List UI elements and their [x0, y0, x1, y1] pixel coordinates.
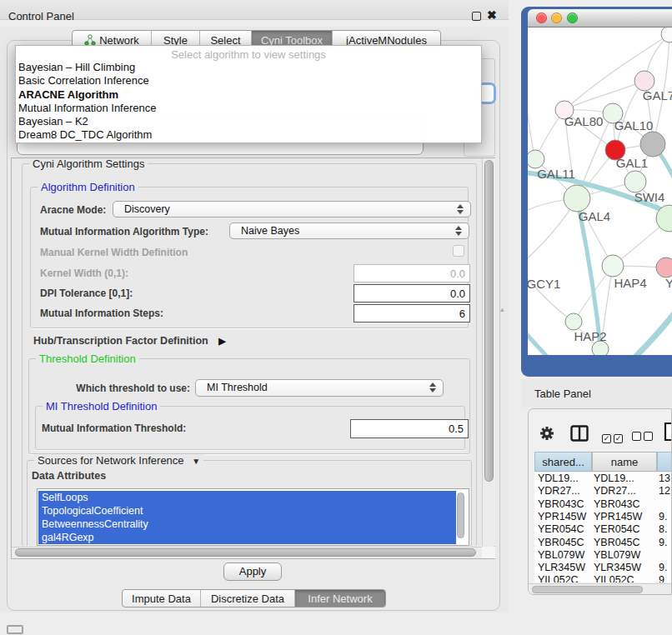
algorithm-option[interactable]: Dream8 DC_TDC Algorithm	[16, 128, 481, 142]
network-node-label: SWI4	[634, 190, 665, 204]
popup-items: Bayesian – Hill ClimbingBasic Correlatio…	[16, 61, 481, 142]
mi-algorithm-type-combo[interactable]: Naive Bayes	[229, 222, 469, 239]
mi-steps-field[interactable]: 6	[354, 304, 470, 322]
network-edge[interactable]	[528, 92, 535, 159]
network-node-label: Y	[665, 276, 672, 290]
network-node-label: GAL10	[614, 118, 654, 132]
which-threshold-value: MI Threshold	[207, 382, 268, 393]
network-edge[interactable]	[564, 81, 644, 110]
close-panel-icon[interactable]: ✖	[487, 8, 497, 22]
hub-definition-label: Hub/Transcription Factor Definition	[33, 335, 208, 347]
dpi-tolerance-field[interactable]: 0.0	[354, 284, 470, 302]
table-panel: ✓✓ shared... name YDL19...YDL19...13YDR2…	[528, 408, 672, 595]
mac-close-button[interactable]	[536, 12, 547, 23]
table-row[interactable]: YBR043CYBR043C	[534, 498, 672, 511]
algorithm-dropdown-popup: Select algorithm to view settings Bayesi…	[15, 45, 482, 143]
data-attributes-list[interactable]: SelfLoopsTopologicalCoefficientBetweenne…	[37, 488, 469, 546]
tab-impute-data[interactable]: Impute Data	[123, 590, 201, 607]
data-attribute-item[interactable]: BetweennessCentrality	[38, 518, 456, 531]
network-node-label: GAL1	[616, 156, 648, 170]
data-attributes-label: Data Attributes	[32, 470, 106, 482]
mi-threshold-field[interactable]: 0.5	[350, 419, 469, 438]
aracne-mode-combo[interactable]: Discovery	[113, 201, 471, 218]
algorithm-option[interactable]: Bayesian – K2	[16, 115, 481, 128]
table-cell: YBR043C	[538, 498, 589, 510]
float-window-icon[interactable]	[472, 12, 481, 21]
network-node[interactable]	[640, 132, 665, 157]
table-row[interactable]: YER054CYER054C8.	[534, 523, 672, 536]
network-graph[interactable]: GAL7GAL80GAL10GAL1SWI4GAL11GAL4GCY1HAP4Y…	[528, 28, 672, 355]
bottom-tabbar: Impute Data Discretize Data Infer Networ…	[122, 589, 386, 608]
table-cell: YDR27...	[594, 485, 657, 497]
network-edge-highlighted[interactable]	[528, 321, 563, 355]
network-node[interactable]	[661, 28, 672, 42]
aracne-mode-label: Aracne Mode:	[40, 204, 106, 216]
network-node[interactable]	[565, 313, 582, 330]
settings-hscroll-thumb[interactable]	[15, 548, 476, 557]
table-cell: YDR27...	[538, 485, 589, 497]
table-row[interactable]: YLR345WYLR345W9.	[534, 562, 672, 574]
taskbar-corner-icon[interactable]	[7, 625, 23, 634]
list-scrollbar-thumb[interactable]	[457, 492, 464, 538]
table-row[interactable]: YDR27...YDR27...12	[534, 485, 672, 498]
table-row[interactable]: YPR145WYPR145W9.	[534, 511, 672, 523]
network-edge-highlighted[interactable]	[619, 311, 672, 355]
table-row[interactable]: YIL052CYIL052C9	[534, 574, 672, 582]
network-node[interactable]	[528, 150, 544, 168]
split-view-icon[interactable]	[570, 425, 589, 442]
table-cell: YBR045C	[594, 537, 657, 548]
hub-definition-expander[interactable]: Hub/Transcription Factor Definition ▶	[33, 335, 226, 347]
sources-title[interactable]: Sources for Network Inference ▼	[34, 454, 203, 467]
manual-kernel-width-checkbox[interactable]	[453, 245, 464, 257]
select-all-columns-icon[interactable]: ✓✓	[602, 429, 625, 444]
mi-steps-label: Mutual Information Steps:	[40, 308, 163, 319]
document-icon[interactable]	[664, 422, 672, 442]
network-view-window[interactable]: GAL7GAL80GAL10GAL1SWI4GAL11GAL4GCY1HAP4Y…	[521, 7, 672, 377]
table-cell: YLR345W	[538, 562, 589, 573]
network-edge[interactable]	[528, 268, 574, 322]
network-node[interactable]	[564, 185, 590, 212]
data-attribute-item[interactable]: SelfLoops	[38, 491, 456, 504]
collapse-arrow-icon[interactable]: ▼	[192, 457, 200, 466]
mac-minimize-button[interactable]	[551, 12, 562, 23]
network-canvas[interactable]: GAL7GAL80GAL10GAL1SWI4GAL11GAL4GCY1HAP4Y…	[528, 28, 672, 355]
algorithm-option[interactable]: Mutual Information Inference	[16, 102, 481, 115]
table-cell: YDL19...	[594, 472, 657, 484]
table-panel-title: Table Panel	[534, 388, 591, 400]
table-cell: 12	[659, 485, 672, 497]
data-attribute-item[interactable]: gal4RGexp	[38, 531, 456, 544]
algorithm-option[interactable]: ARACNE Algorithm	[16, 88, 481, 102]
mac-zoom-button[interactable]	[567, 12, 578, 23]
data-attribute-item[interactable]: TopologicalCoefficient	[38, 504, 456, 518]
algorithm-option[interactable]: Basic Correlation Inference	[16, 74, 481, 88]
column-header-clipped[interactable]	[657, 452, 672, 472]
settings-viewport: Cyni Algorithm Settings Algorithm Defini…	[12, 158, 481, 546]
network-node-label: GCY1	[528, 277, 560, 291]
network-window-titlebar[interactable]	[528, 9, 672, 28]
table-row[interactable]: YDL19...YDL19...13	[534, 472, 672, 485]
table-hscroll-thumb[interactable]	[532, 586, 643, 593]
apply-button[interactable]: Apply	[223, 562, 282, 581]
kernel-width-field[interactable]: 0.0	[354, 264, 470, 282]
splitter-handle[interactable]: ▴	[500, 305, 504, 313]
table-cell: 9.	[659, 511, 672, 522]
tab-infer-network[interactable]: Infer Network	[295, 590, 385, 607]
algorithm-option[interactable]: Bayesian – Hill Climbing	[16, 61, 481, 74]
column-header-shared-name[interactable]: shared...	[534, 452, 592, 472]
network-node[interactable]	[656, 258, 672, 278]
network-node[interactable]	[602, 255, 624, 277]
mi-threshold-label: Mutual Information Threshold:	[42, 422, 186, 434]
desktop: { "window": { "title": "Control Panel" }…	[0, 0, 672, 635]
expander-arrow-icon[interactable]: ▶	[218, 336, 225, 346]
table-body: YDL19...YDL19...13YDR27...YDR27...12YBR0…	[534, 472, 672, 582]
settings-vscroll-thumb[interactable]	[484, 160, 494, 482]
column-header-name[interactable]: name	[592, 452, 657, 472]
tab-discretize-data[interactable]: Discretize Data	[201, 590, 295, 607]
table-row[interactable]: YBR045CYBR045C9.	[534, 537, 672, 549]
deselect-all-columns-icon[interactable]	[632, 429, 655, 444]
table-row[interactable]: YBL079WYBL079W	[534, 549, 672, 562]
table-hscroll-track[interactable]	[529, 583, 672, 594]
gear-icon[interactable]	[539, 425, 555, 442]
combo-arrows-icon	[429, 382, 436, 392]
which-threshold-combo[interactable]: MI Threshold	[195, 379, 444, 397]
